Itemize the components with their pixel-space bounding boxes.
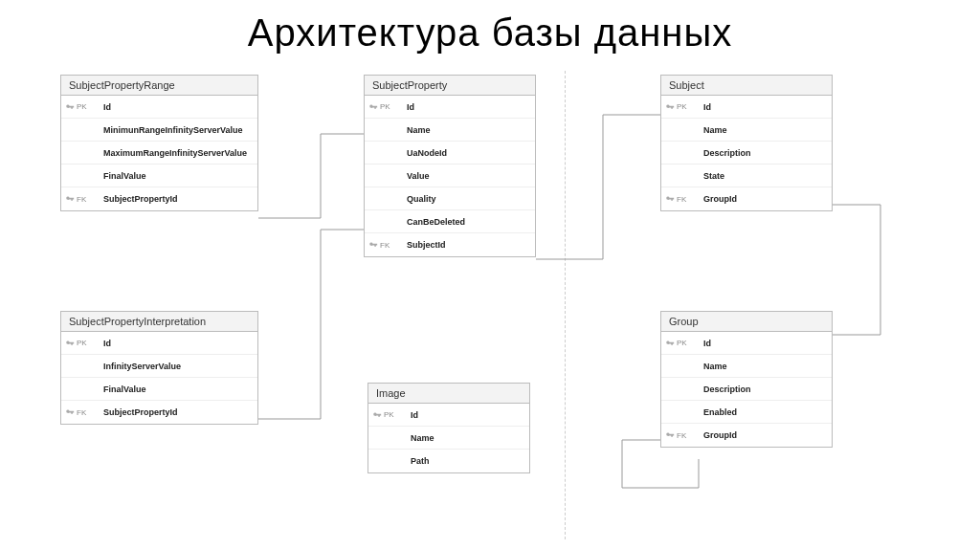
field-name: Value — [403, 171, 430, 181]
field-row: PKId — [365, 96, 535, 119]
field-name: SubjectPropertyId — [100, 407, 178, 417]
field-name: MaximumRangeInfinityServerValue — [100, 148, 247, 158]
field-name: FinalValue — [100, 384, 146, 394]
field-name: Name — [700, 362, 727, 371]
field-name: Id — [100, 102, 111, 112]
field-name: MinimunRangeInfinityServerValue — [100, 125, 243, 135]
field-row: FKSubjectPropertyId — [61, 401, 257, 424]
fk-key-icon: FK — [665, 194, 700, 204]
table-header: Image — [368, 384, 529, 404]
field-row: PKId — [61, 332, 257, 355]
field-row: MaximumRangeInfinityServerValue — [61, 142, 257, 165]
field-row: Description — [661, 142, 832, 165]
table-group: Group PKIdNameDescriptionEnabledFKGroupI… — [660, 311, 833, 448]
field-name: Name — [403, 125, 431, 135]
pk-key-icon: PK — [372, 410, 407, 420]
field-row: PKId — [61, 96, 257, 119]
field-row: PKId — [368, 404, 529, 427]
field-row: UaNodeId — [365, 142, 535, 165]
field-row: FKGroupId — [661, 187, 832, 210]
field-row: FinalValue — [61, 378, 257, 401]
pk-key-icon: PK — [65, 339, 100, 348]
pk-key-icon: PK — [368, 102, 403, 112]
table-header: Subject — [661, 76, 832, 96]
field-row: Value — [365, 165, 535, 187]
field-name: SubjectPropertyId — [100, 194, 178, 204]
table-header: Group — [661, 312, 832, 332]
field-name: Quality — [403, 194, 436, 204]
field-name: GroupId — [700, 430, 737, 440]
field-row: InfinityServerValue — [61, 355, 257, 378]
pk-key-icon: PK — [65, 102, 100, 112]
field-row: PKId — [661, 96, 832, 119]
fk-key-icon: FK — [65, 407, 100, 417]
field-row: Name — [661, 119, 832, 142]
table-image: Image PKIdNamePath — [368, 383, 530, 473]
field-row: FKSubjectPropertyId — [61, 187, 257, 210]
table-subjectproperty: SubjectProperty PKIdNameUaNodeIdValueQua… — [364, 75, 536, 257]
pk-key-icon: PK — [665, 339, 700, 348]
field-name: State — [700, 171, 724, 181]
field-row: FKGroupId — [661, 424, 832, 447]
field-name: InfinityServerValue — [100, 362, 181, 371]
field-row: Description — [661, 378, 832, 401]
field-name: UaNodeId — [403, 148, 447, 158]
table-subjectpropertyrange: SubjectPropertyRange PKIdMinimunRangeInf… — [60, 75, 258, 211]
field-row: State — [661, 165, 832, 187]
field-row: Name — [661, 355, 832, 378]
field-row: FinalValue — [61, 165, 257, 187]
field-name: Description — [700, 148, 751, 158]
field-row: CanBeDeleted — [365, 210, 535, 233]
field-name: Name — [407, 433, 434, 443]
field-name: Description — [700, 384, 751, 394]
field-row: Path — [368, 450, 529, 472]
fk-key-icon: FK — [65, 194, 100, 204]
field-name: Id — [700, 339, 711, 348]
field-row: Enabled — [661, 401, 832, 424]
field-name: GroupId — [700, 194, 737, 204]
pk-key-icon: PK — [665, 102, 700, 112]
table-subject: Subject PKIdNameDescriptionStateFKGroupI… — [660, 75, 833, 211]
field-name: Path — [407, 456, 430, 466]
field-row: Name — [368, 427, 529, 450]
field-row: MinimunRangeInfinityServerValue — [61, 119, 257, 142]
fk-key-icon: FK — [368, 240, 403, 250]
table-header: SubjectPropertyInterpretation — [61, 312, 257, 332]
field-row: Quality — [365, 187, 535, 210]
table-subjectpropertyinterpretation: SubjectPropertyInterpretation PKIdInfini… — [60, 311, 258, 425]
field-row: FKSubjectId — [365, 233, 535, 256]
field-name: Id — [100, 339, 111, 348]
field-name: Name — [700, 125, 727, 135]
field-row: PKId — [661, 332, 832, 355]
field-name: SubjectId — [403, 240, 446, 250]
field-name: FinalValue — [100, 171, 146, 181]
field-name: Id — [403, 102, 414, 112]
field-name: Id — [407, 410, 418, 420]
table-header: SubjectPropertyRange — [61, 76, 257, 96]
table-header: SubjectProperty — [365, 76, 535, 96]
field-name: CanBeDeleted — [403, 217, 465, 227]
fk-key-icon: FK — [665, 430, 700, 440]
field-name: Id — [700, 102, 711, 112]
field-row: Name — [365, 119, 535, 142]
field-name: Enabled — [700, 407, 737, 417]
